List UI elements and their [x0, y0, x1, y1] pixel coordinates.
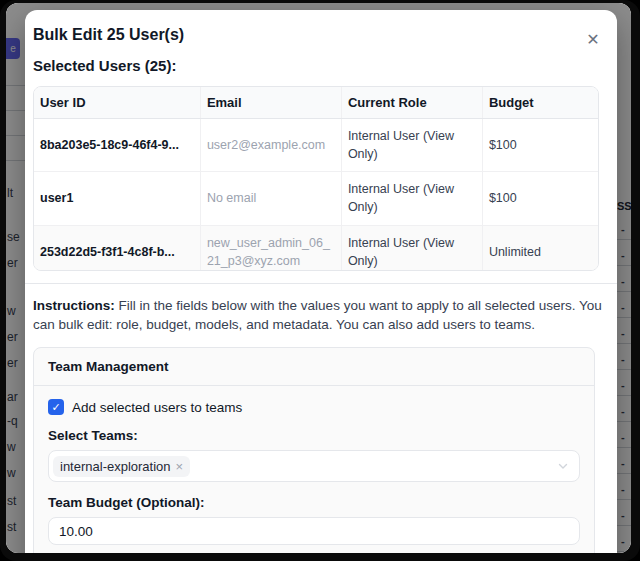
budget-cell: $100: [482, 172, 598, 225]
remove-tag-icon[interactable]: ×: [176, 459, 184, 474]
team-budget-label: Team Budget (Optional):: [48, 495, 580, 510]
window-frame: e lt se er w er er ar -q w w st st SS: [0, 0, 640, 561]
col-header-user-id: User ID: [34, 87, 200, 119]
col-header-current-role: Current Role: [341, 87, 482, 119]
team-management-title: Team Management: [34, 348, 594, 386]
selected-users-table: User ID Email Current Role Budget 8ba203…: [34, 87, 598, 271]
table-row: user1 No email Internal User (View Only)…: [34, 172, 598, 225]
instructions-body: Fill in the fields below with the values…: [33, 298, 602, 332]
bulk-edit-modal: ✕ Bulk Edit 25 User(s) Selected Users (2…: [25, 10, 617, 553]
add-users-to-teams-checkbox-row[interactable]: ✓ Add selected users to teams: [48, 399, 580, 415]
table-row: 253d22d5-f3f1-4c8f-b... new_user_admin_0…: [34, 225, 598, 271]
budget-cell: Unlimited: [482, 225, 598, 271]
instructions-text: Instructions: Fill in the fields below w…: [33, 296, 603, 334]
col-header-budget: Budget: [482, 87, 598, 119]
user-id-cell: user1: [34, 172, 200, 225]
divider: [25, 283, 617, 284]
col-header-email: Email: [200, 87, 341, 119]
select-teams-label: Select Teams:: [48, 428, 580, 443]
table-header-row: User ID Email Current Role Budget: [34, 87, 598, 119]
selected-users-scroll-area[interactable]: User ID Email Current Role Budget 8ba203…: [33, 86, 599, 271]
user-id-cell: 8ba203e5-18c9-46f4-9...: [34, 119, 200, 172]
team-management-section: Team Management ✓ Add selected users to …: [33, 347, 595, 553]
role-cell: Internal User (View Only): [341, 119, 482, 172]
selected-team-tag: internal-exploration×: [53, 456, 190, 477]
selected-users-label: Selected Users (25):: [33, 57, 607, 74]
team-budget-input[interactable]: [48, 517, 580, 545]
close-button[interactable]: ✕: [583, 30, 603, 50]
user-id-cell: 253d22d5-f3f1-4c8f-b...: [34, 225, 200, 271]
team-management-body: ✓ Add selected users to teams Select Tea…: [34, 386, 594, 553]
email-cell: user2@example.com: [200, 119, 341, 172]
checkbox-label: Add selected users to teams: [72, 400, 242, 415]
email-cell: No email: [200, 172, 341, 225]
role-cell: Internal User (View Only): [341, 225, 482, 271]
team-tag-label: internal-exploration: [60, 459, 171, 474]
app-screen: e lt se er w er er ar -q w w st st SS: [6, 3, 631, 553]
role-cell: Internal User (View Only): [341, 172, 482, 225]
teams-multiselect[interactable]: internal-exploration×: [48, 450, 580, 482]
modal-title: Bulk Edit 25 User(s): [33, 26, 607, 44]
table-row: 8ba203e5-18c9-46f4-9... user2@example.co…: [34, 119, 598, 172]
checkbox-checked-icon[interactable]: ✓: [48, 399, 64, 415]
close-icon: ✕: [586, 31, 599, 48]
chevron-down-icon: [557, 460, 569, 472]
instructions-prefix: Instructions:: [33, 298, 115, 313]
email-cell: new_user_admin_06_21_p3@xyz.com: [200, 225, 341, 271]
budget-cell: $100: [482, 119, 598, 172]
